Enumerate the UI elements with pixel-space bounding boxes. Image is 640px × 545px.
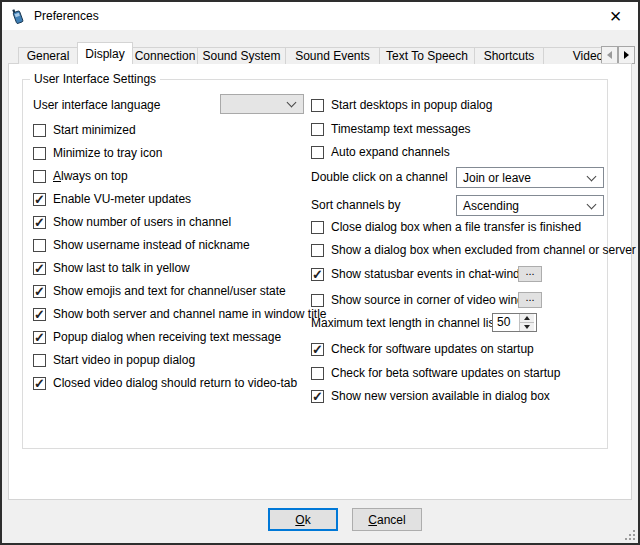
- checkbox-timestamp-messages[interactable]: Timestamp text messages: [311, 120, 471, 138]
- checkbox-box: [311, 99, 324, 112]
- checkbox-box: [33, 262, 46, 275]
- tab-scroll-left-button[interactable]: [601, 46, 618, 64]
- checkbox-always-on-top[interactable]: Always on top: [33, 167, 128, 185]
- checkbox-box: [311, 146, 324, 159]
- checkbox-enable-vu-meter[interactable]: Enable VU-meter updates: [33, 190, 191, 208]
- sort-channels-select[interactable]: Ascending: [456, 195, 604, 216]
- tab-general[interactable]: General: [18, 47, 78, 64]
- checkbox-start-desktops-popup[interactable]: Start desktops in popup dialog: [311, 96, 492, 114]
- checkbox-closed-video-return[interactable]: Closed video dialog should return to vid…: [33, 374, 297, 392]
- checkbox-box: [311, 390, 324, 403]
- checkbox-box: [311, 244, 324, 257]
- checkbox-box: [33, 308, 46, 321]
- checkbox-box: [311, 343, 324, 356]
- chevron-down-icon: [587, 199, 597, 209]
- checkbox-close-dialog-file-transfer[interactable]: Close dialog box when a file transfer is…: [311, 218, 581, 236]
- checkbox-box: [33, 147, 46, 160]
- checkbox-box: [33, 239, 46, 252]
- ok-button[interactable]: Ok: [268, 508, 338, 531]
- checkbox-box: [311, 123, 324, 136]
- checkbox-minimize-to-tray[interactable]: Minimize to tray icon: [33, 144, 162, 162]
- language-label: User interface language: [33, 96, 160, 114]
- titlebar[interactable]: Preferences: [2, 2, 638, 30]
- max-text-length-spinner[interactable]: 50: [492, 313, 537, 332]
- checkbox-box: [311, 221, 324, 234]
- checkbox-box: [311, 367, 324, 380]
- checkbox-show-source-video[interactable]: Show source in corner of video window: [311, 291, 539, 309]
- checkbox-box: [33, 193, 46, 206]
- chevron-down-icon: [287, 98, 297, 108]
- checkbox-statusbar-events[interactable]: Show statusbar events in chat-window: [311, 265, 535, 283]
- checkbox-box: [33, 124, 46, 137]
- tab-scroll-right-button[interactable]: [618, 46, 635, 64]
- video-source-browse-button[interactable]: ...: [518, 292, 542, 308]
- checkbox-box: [311, 268, 324, 281]
- checkbox-box: [33, 354, 46, 367]
- window-title: Preferences: [34, 9, 99, 23]
- triangle-down-icon: [524, 325, 530, 329]
- spinner-up-button[interactable]: [520, 314, 534, 323]
- checkbox-box: [33, 216, 46, 229]
- checkbox-auto-expand-channels[interactable]: Auto expand channels: [311, 143, 450, 161]
- preferences-dialog: Preferences × General Display Connection…: [0, 0, 640, 545]
- tab-sound-events[interactable]: Sound Events: [285, 47, 380, 64]
- tab-text-to-speech[interactable]: Text To Speech: [379, 47, 475, 64]
- tab-connection[interactable]: Connection: [132, 47, 198, 64]
- checkbox-start-minimized[interactable]: Start minimized: [33, 121, 136, 139]
- checkbox-check-updates[interactable]: Check for software updates on startup: [311, 340, 534, 358]
- checkbox-box: [33, 170, 46, 183]
- tab-sound-system[interactable]: Sound System: [197, 47, 286, 64]
- triangle-right-icon: [624, 51, 629, 59]
- tab-shortcuts[interactable]: Shortcuts: [474, 47, 544, 64]
- close-icon[interactable]: ×: [593, 2, 638, 30]
- checkbox-box: [311, 294, 324, 307]
- double-click-label: Double click on a channel: [311, 168, 448, 186]
- checkbox-popup-dialog-text-message[interactable]: Popup dialog when receiving text message: [33, 328, 281, 346]
- max-text-length-label: Maximum text length in channel list: [311, 314, 498, 332]
- checkbox-start-video-popup[interactable]: Start video in popup dialog: [33, 351, 195, 369]
- resize-grip[interactable]: [624, 529, 635, 540]
- tab-video[interactable]: Video: [543, 47, 601, 64]
- statusbar-events-browse-button[interactable]: ...: [518, 266, 542, 282]
- sort-channels-label: Sort channels by: [311, 196, 400, 214]
- tab-display[interactable]: Display: [77, 42, 133, 64]
- double-click-select[interactable]: Join or leave: [456, 167, 604, 188]
- triangle-up-icon: [524, 316, 530, 320]
- checkbox-show-new-version[interactable]: Show new version available in dialog box: [311, 387, 550, 405]
- app-icon: [10, 8, 26, 24]
- group-title: User Interface Settings: [30, 72, 160, 86]
- checkbox-show-number-of-users[interactable]: Show number of users in channel: [33, 213, 231, 231]
- checkbox-show-server-channel-title[interactable]: Show both server and channel name in win…: [33, 305, 327, 323]
- cancel-button[interactable]: Cancel: [352, 508, 422, 531]
- triangle-left-icon: [607, 51, 612, 59]
- checkbox-show-last-to-talk[interactable]: Show last to talk in yellow: [33, 259, 190, 277]
- language-select[interactable]: [220, 94, 304, 114]
- checkbox-show-username[interactable]: Show username instead of nickname: [33, 236, 250, 254]
- checkbox-show-dialog-excluded[interactable]: Show a dialog box when excluded from cha…: [311, 241, 636, 259]
- spinner-value[interactable]: 50: [493, 314, 519, 331]
- checkbox-show-emojis[interactable]: Show emojis and text for channel/user st…: [33, 282, 286, 300]
- chevron-down-icon: [587, 171, 597, 181]
- checkbox-box: [33, 377, 46, 390]
- checkbox-box: [33, 285, 46, 298]
- checkbox-box: [33, 331, 46, 344]
- spinner-down-button[interactable]: [520, 323, 534, 331]
- checkbox-check-beta-updates[interactable]: Check for beta software updates on start…: [311, 364, 560, 382]
- tab-bar: General Display Connection Sound System …: [18, 42, 601, 64]
